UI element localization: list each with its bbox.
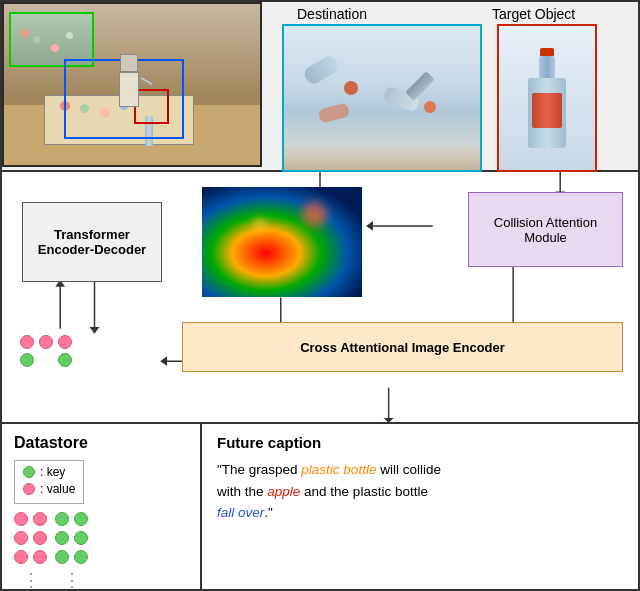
top-section: Destination Target Object [2,2,638,172]
bottle-cap [540,48,554,56]
ds-dot-p2 [33,512,47,526]
ds-col-1: ⋮ [14,512,47,591]
caption-part1: "The grasped [217,462,301,477]
robot-head [120,54,138,72]
transformer-encoder-decoder-box: Transformer Encoder-Decoder [22,202,162,282]
cross-attentional-image-encoder-box: Cross Attentional Image Encoder [182,322,623,372]
dots-row-1 [20,335,72,349]
ds-col-2: ⋮ [55,512,88,591]
scene-image [2,2,262,167]
spacer [39,353,53,367]
bottle-neck [539,56,555,78]
bottle-body [528,78,566,148]
scene-background [4,4,260,165]
destination-image [282,24,482,172]
dots-row-2 [20,353,72,367]
green-box-inner [11,14,92,65]
svg-marker-5 [366,221,373,231]
robot-body [119,72,139,107]
ds-row-g2 [55,531,88,545]
ds-row-3 [14,550,47,564]
collision-attention-module-box: Collision Attention Module [468,192,623,267]
dots-area [20,335,72,367]
legend-value-dot [23,483,35,495]
dashed-line-top [260,34,262,36]
heatmap-inner [202,187,362,297]
ds-row-g1 [55,512,88,526]
ds-dot-g5 [55,550,69,564]
dot-green-1 [20,353,34,367]
datastore-section: Datastore : key : value [2,424,202,589]
datastore-dot-columns: ⋮ ⋮ [14,512,188,591]
legend-value-label: : value [40,482,75,496]
dashed-line-bottom [260,133,262,135]
svg-marker-17 [384,418,394,422]
legend-value-item: : value [23,482,75,496]
middle-section: Transformer Encoder-Decoder Collision At… [2,172,638,424]
future-caption-title: Future caption [217,434,623,451]
svg-marker-11 [160,356,167,366]
ds-dot-p1 [14,512,28,526]
ds-dot-p3 [14,531,28,545]
ds-ellipsis-2: ⋮ [55,569,88,591]
destination-background [284,26,480,170]
caption-text: "The grasped plastic bottle will collide… [217,459,623,524]
caption-end: ." [264,505,273,520]
legend-key-label: : key [40,465,65,479]
bottle-shape [527,48,567,148]
ds-row-1 [14,512,47,526]
target-background [499,26,595,170]
dot-green-2 [58,353,72,367]
dot-pink-3 [58,335,72,349]
ds-dot-p6 [33,550,47,564]
bottle-label [532,93,562,128]
dot-pink-2 [39,335,53,349]
collision-label: Collision Attention Module [494,215,597,245]
dot-pink-1 [20,335,34,349]
target-object-image [497,24,597,172]
future-caption-section: Future caption "The grasped plastic bott… [202,424,638,589]
ds-dot-g6 [74,550,88,564]
ds-dot-g4 [74,531,88,545]
ds-dot-g1 [55,512,69,526]
ds-dot-p4 [33,531,47,545]
ds-dot-p5 [14,550,28,564]
ds-ellipsis: ⋮ [14,569,47,591]
main-container: Destination Target Object [0,0,640,591]
datastore-title: Datastore [14,434,188,452]
caption-apple: apple [267,484,300,499]
caption-plastic-bottle: plastic bottle [301,462,376,477]
target-object-label: Target Object [492,6,575,22]
legend-key-item: : key [23,465,75,479]
ds-dot-g3 [55,531,69,545]
destination-label: Destination [297,6,367,22]
cross-attn-label: Cross Attentional Image Encoder [300,340,505,355]
caption-part3: and the plastic bottle [300,484,428,499]
robot-figure [114,54,144,114]
caption-fall: fall over [217,505,264,520]
ds-dot-g2 [74,512,88,526]
datastore-legend: : key : value [14,460,84,504]
ds-row-2 [14,531,47,545]
heatmap-visualization [202,187,362,297]
svg-marker-13 [90,327,100,334]
bottom-section: Datastore : key : value [2,424,638,589]
transformer-label: Transformer Encoder-Decoder [38,227,146,257]
ds-row-g3 [55,550,88,564]
legend-key-dot [23,466,35,478]
